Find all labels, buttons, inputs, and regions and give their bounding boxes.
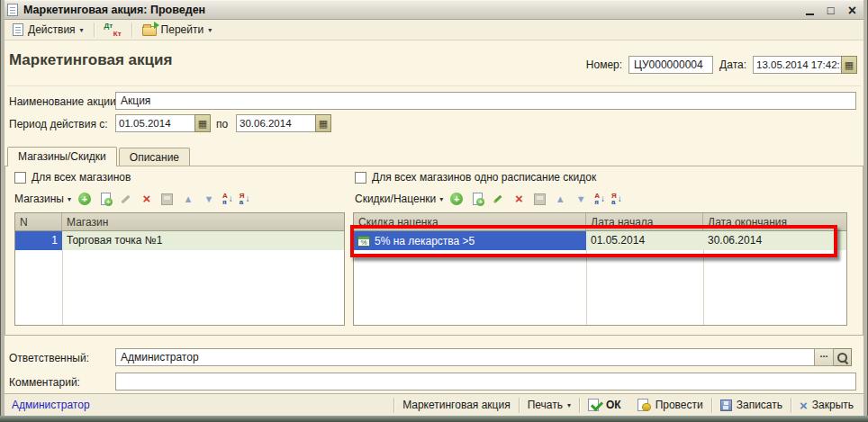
stores-copy-button[interactable] [98,192,113,206]
number-field[interactable]: ЦУ000000004 [628,56,713,74]
discounts-edit-button[interactable] [491,192,505,206]
floppy-save-icon [720,400,732,411]
discounts-menu-label: Скидки/Наценки [355,193,436,205]
stores-menu-button[interactable]: Магазины ▾ [14,193,71,205]
move-up-icon: ▲ [556,193,565,205]
campaign-name-label: Наименование акции: [9,95,119,108]
stores-toolbar: Магазины ▾ ▲ ▼ Ая ↓ Яа ↓ [14,190,249,208]
delete-icon [515,193,523,205]
copy-icon [471,193,484,205]
calendar-icon: ▦ [198,118,207,130]
discounts-sort-asc-button[interactable]: Ая ↓ [594,193,605,205]
move-down-icon: ▼ [576,193,586,205]
all-stores-checkbox[interactable] [14,172,26,184]
discounts-move-down-button[interactable]: ▼ [574,192,588,206]
discounts-end-edit-button[interactable] [532,192,547,206]
one-schedule-checkbox-label: Для всех магазинов одно расписание скидо… [372,171,596,184]
stores-end-edit-button[interactable] [160,192,175,206]
store-cell[interactable]: Торговая точка №1 [62,231,344,250]
toolbar-separator [94,22,95,37]
comment-input[interactable] [115,373,856,391]
add-icon [450,193,463,205]
post-label: Провести [656,399,703,411]
print-menu-button[interactable]: Печать ▾ [520,399,579,411]
ok-button[interactable]: ОК [580,399,629,411]
discounts-toolbar: Скидки/Наценки ▾ ▲ ▼ Ая ↓ Яа ↓ [355,190,622,208]
stores-add-button[interactable] [77,192,92,206]
calendar-picker-button[interactable]: ▦ [841,56,857,74]
period-to-calendar-button[interactable]: ▦ [315,114,331,132]
chevron-down-icon: ▾ [68,195,71,203]
discounts-sort-desc-button[interactable]: Яа ↓ [611,193,622,205]
campaign-name-input[interactable]: Акция [115,92,856,110]
chevron-down-icon: ▾ [439,195,443,203]
window-frame-bottom[interactable] [0,416,868,422]
close-button[interactable]: × [848,4,856,16]
go-menu-button[interactable]: Перейти ▾ [137,22,218,38]
discounts-menu-button[interactable]: Скидки/Наценки ▾ [355,193,443,205]
column-header-store[interactable]: Магазин [62,213,344,230]
edit-pencil-icon [120,193,132,205]
sort-arrow-icon: ↓ [601,193,605,204]
period-to-input[interactable]: 30.06.2014 [236,114,315,132]
period-label: Период действия с: [9,118,108,130]
title-bar: Маркетинговая акция: Проведен □ × [1,1,867,20]
close-form-button[interactable]: Закрыть [791,399,862,411]
period-from-calendar-button[interactable]: ▦ [194,114,211,132]
chevron-down-icon: ▾ [567,401,571,409]
stores-menu-label: Магазины [14,193,64,205]
stores-move-down-button[interactable]: ▼ [202,192,216,206]
responsible-open-button[interactable] [834,348,852,366]
tab-description[interactable]: Описание [119,148,190,166]
print-label: Печать [528,399,563,411]
responsible-input[interactable]: Администратор [115,348,814,366]
page-title: Маркетинговая акция [9,51,172,69]
calendar-icon: ▦ [319,118,328,130]
dtkt-icon: ДтКт [104,22,122,38]
ok-check-icon [588,399,601,411]
stores-sort-desc-button[interactable]: Яа ↓ [240,193,250,205]
discounts-delete-button[interactable] [511,192,526,206]
comment-label: Комментарий: [9,376,80,389]
actions-menu-button[interactable]: Действия ▾ [7,22,89,38]
save-button[interactable]: Записать [712,399,791,411]
minimize-button[interactable] [806,13,814,15]
window-frame-right [863,0,868,416]
tab-stores-discounts[interactable]: Магазины/Скидки [7,147,117,166]
discounts-add-button[interactable] [449,192,464,206]
folder-go-icon [142,26,157,36]
marketing-campaign-window: Маркетинговая акция: Проведен □ × Действ… [0,0,868,422]
stores-move-up-button[interactable]: ▲ [181,192,195,206]
column-header-n[interactable]: N [15,213,62,230]
doc-type-button[interactable]: Маркетинговая акция [394,399,519,411]
stores-sort-asc-button[interactable]: Ая ↓ [222,193,233,205]
table-row[interactable]: 1 Торговая точка №1 [15,231,344,250]
highlight-annotation-rectangle [350,225,837,257]
sort-asc-icon: Ая [594,193,600,205]
end-edit-icon [534,193,546,205]
move-up-icon: ▲ [183,193,193,205]
all-stores-checkbox-label: Для всех магазинов [32,171,131,184]
end-edit-icon [161,193,173,205]
row-number-cell[interactable]: 1 [15,231,62,250]
post-button[interactable]: Провести [629,399,711,411]
close-form-label: Закрыть [812,399,854,411]
chevron-down-icon: ▾ [80,26,84,34]
discounts-move-up-button[interactable]: ▲ [553,192,567,206]
stores-edit-button[interactable] [119,192,133,206]
discounts-copy-button[interactable] [470,192,484,206]
chevron-down-icon: ▾ [208,26,212,34]
go-menu-label: Перейти [161,23,204,36]
period-from-input[interactable]: 01.05.2014 [115,114,194,132]
date-label: Дата: [719,58,746,71]
one-schedule-checkbox[interactable] [355,172,366,184]
close-x-icon [800,400,808,411]
dtkt-postings-button[interactable]: ДтКт [99,21,127,40]
delete-icon [143,193,151,205]
stores-delete-button[interactable] [140,192,154,206]
maximize-button[interactable]: □ [827,4,835,16]
all-stores-checkbox-row[interactable]: Для всех магазинов [14,171,131,184]
date-field[interactable]: 13.05.2014 17:42:18 [753,56,841,74]
one-schedule-checkbox-row[interactable]: Для всех магазинов одно расписание скидо… [355,171,596,184]
responsible-browse-button[interactable]: ... [814,348,834,366]
